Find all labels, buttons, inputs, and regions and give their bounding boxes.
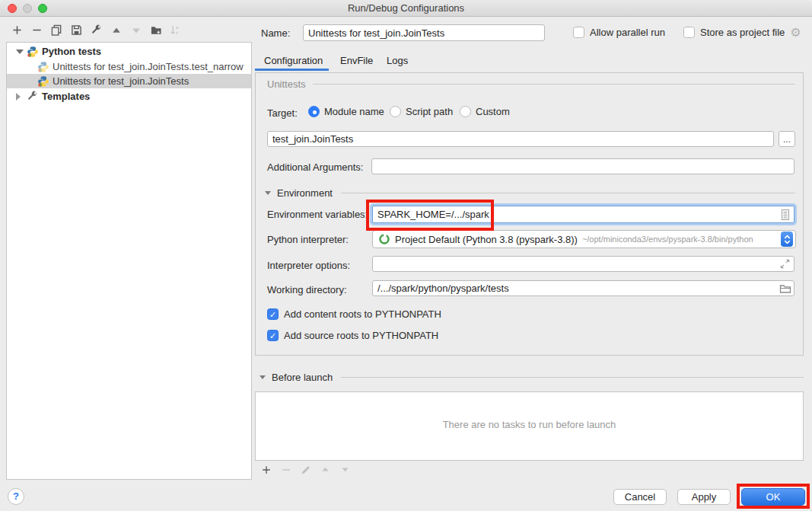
interpreter-name: Project Default (Python 3.8 (pyspark-3.8… [395,234,578,245]
sort-alpha-icon: az [170,24,181,38]
add-icon [11,24,23,38]
remove-configuration-button[interactable] [30,25,43,38]
apply-button[interactable]: Apply [677,489,731,505]
working-directory-input[interactable] [372,280,794,296]
add-task-button[interactable] [260,465,272,477]
name-label: Name: [261,27,290,39]
pencil-icon [301,465,311,477]
move-up-icon [320,465,330,477]
tab-envfile[interactable]: EnvFile [340,55,373,66]
move-down-button[interactable] [129,25,142,38]
move-task-up-button[interactable] [319,465,332,477]
source-roots-checkbox[interactable] [267,330,279,341]
allow-parallel-checkbox[interactable] [573,27,584,38]
before-launch-toolbar [260,464,352,477]
store-as-project-file-option: Store as project file ⚙ [683,27,801,38]
edit-templates-button[interactable] [90,25,103,38]
wrench-icon [27,91,39,103]
tree-item-python-tests[interactable]: Python tests [7,44,251,59]
gear-icon[interactable]: ⚙ [790,27,801,38]
minimize-window-button[interactable] [23,4,32,13]
group-divider [341,377,804,378]
store-project-checkbox[interactable] [683,27,695,38]
remove-icon [31,24,43,38]
new-folder-button[interactable] [149,25,162,38]
remove-task-button[interactable] [279,465,292,477]
save-configuration-button[interactable] [70,25,83,38]
additional-arguments-label: Additional Arguments: [267,161,363,173]
tree-item-label: Unittests for test_join.JoinTests.test_n… [53,61,244,72]
ok-button[interactable]: OK [741,488,805,506]
add-content-roots-option[interactable]: Add content roots to PYTHONPATH [267,308,441,320]
tree-item-unittests-jointests[interactable]: Unittests for test_join.JoinTests [7,74,251,88]
svg-text:a: a [176,24,179,30]
target-module-name-option[interactable]: Module name [308,106,384,117]
new-folder-icon [150,24,162,38]
chevron-right-icon[interactable] [16,93,25,101]
environment-variables-input[interactable] [372,206,794,223]
working-directory-label: Working directory: [267,284,347,295]
move-down-icon [340,465,350,477]
target-label: Target: [267,107,298,119]
empty-task-list-text: There are no tasks to run before launch [256,419,803,430]
folder-icon[interactable] [779,283,791,295]
copy-icon [51,24,62,38]
copy-configuration-button[interactable] [50,25,63,38]
python-tests-icon [37,61,49,73]
content-roots-label: Add content roots to PYTHONPATH [284,308,441,320]
unittests-group-label: Unittests [267,78,306,90]
close-window-button[interactable] [8,4,17,13]
chevron-down-icon[interactable] [16,50,25,54]
browse-variables-icon[interactable] [779,209,791,221]
add-icon [261,465,272,477]
group-divider [341,193,795,193]
python-interpreter-select[interactable]: Project Default (Python 3.8 (pyspark-3.8… [372,230,796,248]
cancel-button[interactable]: Cancel [613,489,667,505]
tab-configuration[interactable]: Configuration [264,55,323,66]
move-down-icon [131,25,142,38]
add-source-roots-option[interactable]: Add source roots to PYTHONPATH [267,330,438,341]
expand-field-icon[interactable] [779,258,791,270]
tree-item-unittests-test-narrow[interactable]: Unittests for test_join.JoinTests.test_n… [7,59,251,74]
custom-radio[interactable] [460,106,471,117]
python-tests-icon [27,46,39,58]
collapse-before-launch-icon[interactable] [260,375,266,379]
tab-logs[interactable]: Logs [387,55,408,66]
configurations-tree: Python tests Unittests for test_join.Joi… [6,42,252,480]
group-divider [313,84,795,85]
tree-item-label: Unittests for test_join.JoinTests [53,75,189,87]
conda-environment-icon [378,233,390,245]
zoom-window-button[interactable] [38,4,47,13]
add-configuration-button[interactable] [11,25,24,38]
sort-configurations-button[interactable]: az [169,25,182,38]
interpreter-options-input[interactable] [372,256,794,272]
custom-radio-label: Custom [476,106,510,117]
browse-button[interactable]: ... [779,131,795,147]
module-name-input[interactable] [267,131,774,147]
script-path-radio[interactable] [390,106,401,117]
before-launch-task-list[interactable]: There are no tasks to run before launch [255,391,804,461]
dropdown-stepper-icon[interactable] [781,232,793,247]
module-name-radio[interactable] [308,106,320,117]
window-title: Run/Debug Configurations [0,0,812,17]
name-input[interactable] [303,24,545,41]
move-up-button[interactable] [110,25,123,38]
before-launch-group-label: Before launch [272,372,333,383]
target-custom-option[interactable]: Custom [460,106,510,117]
content-roots-checkbox[interactable] [267,308,279,320]
source-roots-label: Add source roots to PYTHONPATH [284,330,438,341]
edit-task-button[interactable] [299,465,312,477]
store-project-label: Store as project file [700,27,785,38]
move-up-icon [111,25,122,38]
save-icon [71,24,82,38]
tree-item-templates[interactable]: Templates [7,89,251,104]
allow-parallel-run-option: Allow parallel run [573,27,665,38]
collapse-environment-icon[interactable] [265,191,271,195]
environment-group-label: Environment [277,187,333,199]
move-task-down-button[interactable] [339,465,352,477]
environment-variables-label: Environment variables: [267,209,368,220]
additional-arguments-input[interactable] [371,158,794,174]
help-button[interactable]: ? [8,488,24,505]
target-script-path-option[interactable]: Script path [390,106,453,117]
module-name-radio-label: Module name [324,106,384,117]
